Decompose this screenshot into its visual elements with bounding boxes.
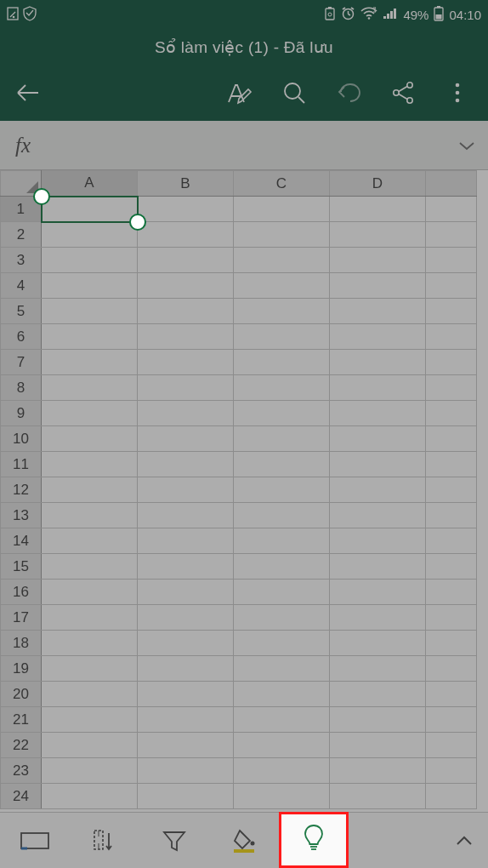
cell[interactable]: [234, 656, 330, 682]
cell[interactable]: [426, 580, 477, 605]
cell[interactable]: [234, 528, 330, 554]
cell[interactable]: [426, 707, 477, 733]
cell[interactable]: [330, 222, 426, 248]
formula-input[interactable]: [46, 121, 445, 169]
cell[interactable]: [426, 197, 477, 222]
cell[interactable]: [234, 631, 330, 656]
row-header[interactable]: 24: [1, 784, 42, 809]
row-header[interactable]: 12: [1, 477, 42, 503]
row-header[interactable]: 10: [1, 426, 42, 452]
cell[interactable]: [330, 197, 426, 222]
row-header[interactable]: 14: [1, 528, 42, 554]
row-header[interactable]: 13: [1, 503, 42, 528]
column-header-C[interactable]: C: [234, 171, 330, 197]
cell[interactable]: [42, 375, 138, 401]
cell[interactable]: [138, 733, 234, 758]
column-header-extra[interactable]: [426, 171, 477, 197]
cell[interactable]: [138, 580, 234, 605]
cell[interactable]: [138, 273, 234, 299]
cell[interactable]: [138, 222, 234, 248]
cell[interactable]: [426, 452, 477, 477]
row-header[interactable]: 7: [1, 350, 42, 375]
cell[interactable]: [330, 503, 426, 528]
row-header[interactable]: 17: [1, 605, 42, 631]
cell[interactable]: [330, 401, 426, 426]
row-header[interactable]: 15: [1, 554, 42, 580]
row-header[interactable]: 18: [1, 631, 42, 656]
cell[interactable]: [330, 733, 426, 758]
cell[interactable]: [234, 554, 330, 580]
font-format-button[interactable]: [213, 65, 267, 121]
cell[interactable]: [426, 248, 477, 273]
cell[interactable]: [426, 401, 477, 426]
cell[interactable]: [42, 733, 138, 758]
cell[interactable]: [138, 426, 234, 452]
cell[interactable]: [426, 554, 477, 580]
cell[interactable]: [138, 682, 234, 707]
cell-A1[interactable]: [42, 197, 138, 222]
cell[interactable]: [234, 222, 330, 248]
cell[interactable]: [426, 426, 477, 452]
cell[interactable]: [138, 477, 234, 503]
cell[interactable]: [426, 682, 477, 707]
cell[interactable]: [42, 324, 138, 350]
cell[interactable]: [42, 426, 138, 452]
cell[interactable]: [234, 605, 330, 631]
cell[interactable]: [426, 477, 477, 503]
cell[interactable]: [426, 605, 477, 631]
column-header-B[interactable]: B: [138, 171, 234, 197]
cell[interactable]: [426, 375, 477, 401]
cell[interactable]: [138, 452, 234, 477]
cell[interactable]: [42, 758, 138, 784]
cell[interactable]: [42, 477, 138, 503]
cell[interactable]: [42, 273, 138, 299]
cell[interactable]: [234, 758, 330, 784]
cell[interactable]: [234, 682, 330, 707]
cell[interactable]: [42, 350, 138, 375]
back-button[interactable]: [0, 83, 54, 103]
cell[interactable]: [330, 758, 426, 784]
cell[interactable]: [330, 324, 426, 350]
cell[interactable]: [42, 222, 138, 248]
cell[interactable]: [426, 784, 477, 809]
cell[interactable]: [234, 299, 330, 324]
cell[interactable]: [330, 554, 426, 580]
cell[interactable]: [42, 656, 138, 682]
cell[interactable]: [234, 477, 330, 503]
row-header[interactable]: 6: [1, 324, 42, 350]
cell[interactable]: [330, 656, 426, 682]
cell[interactable]: [426, 733, 477, 758]
row-header[interactable]: 23: [1, 758, 42, 784]
cell[interactable]: [42, 452, 138, 477]
cell[interactable]: [234, 426, 330, 452]
cell[interactable]: [426, 350, 477, 375]
cell[interactable]: [234, 707, 330, 733]
row-header[interactable]: 16: [1, 580, 42, 605]
row-header[interactable]: 2: [1, 222, 42, 248]
cell[interactable]: [42, 631, 138, 656]
cell[interactable]: [234, 197, 330, 222]
cell[interactable]: [330, 605, 426, 631]
cell[interactable]: [42, 682, 138, 707]
cell[interactable]: [426, 273, 477, 299]
cell[interactable]: [330, 248, 426, 273]
cell[interactable]: [138, 554, 234, 580]
cell[interactable]: [330, 477, 426, 503]
cell[interactable]: [234, 452, 330, 477]
cell[interactable]: [42, 554, 138, 580]
column-header-A[interactable]: A: [42, 171, 138, 197]
cell[interactable]: [426, 299, 477, 324]
cell[interactable]: [330, 784, 426, 809]
cell[interactable]: [42, 503, 138, 528]
row-header[interactable]: 21: [1, 707, 42, 733]
cell[interactable]: [426, 758, 477, 784]
cell[interactable]: [330, 580, 426, 605]
cell[interactable]: [138, 528, 234, 554]
share-button[interactable]: [376, 65, 430, 121]
ideas-bulb-button-highlight[interactable]: [279, 812, 349, 868]
search-button[interactable]: [267, 65, 321, 121]
cell[interactable]: [234, 273, 330, 299]
cell[interactable]: [426, 631, 477, 656]
cell[interactable]: [42, 707, 138, 733]
sort-button[interactable]: [70, 813, 139, 869]
